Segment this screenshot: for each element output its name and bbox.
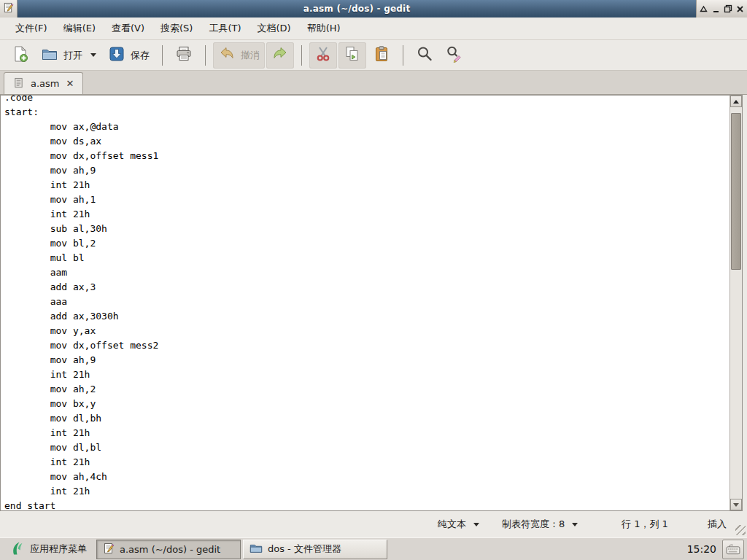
toolbar-separator bbox=[403, 45, 403, 66]
toolbar-separator bbox=[301, 45, 302, 66]
menu-item[interactable]: 帮助(H) bbox=[299, 18, 349, 39]
open-button-label: 打开 bbox=[63, 49, 82, 62]
resize-grip[interactable] bbox=[735, 525, 746, 535]
panel-right: 15:20 bbox=[687, 540, 747, 559]
code-line: aam bbox=[4, 265, 729, 280]
taskbar-window-label: dos - 文件管理器 bbox=[268, 542, 341, 556]
menu-item[interactable]: 文件(F) bbox=[7, 18, 55, 39]
code-line: start: bbox=[4, 105, 729, 120]
vertical-scrollbar[interactable] bbox=[729, 96, 742, 510]
code-line: mov dx,offset mess2 bbox=[4, 338, 729, 353]
maximize-icon[interactable] bbox=[723, 4, 733, 14]
menu-item[interactable]: 文档(D) bbox=[249, 18, 299, 39]
taskbar-panel: 应用程序菜单 a.asm (~/dos) - gedit dos - 文件管理器… bbox=[0, 537, 747, 560]
code-line: mov bx,y bbox=[4, 397, 729, 411]
open-button[interactable]: 打开 bbox=[36, 42, 101, 69]
xfce-menu-icon bbox=[9, 541, 23, 558]
scrollbar-track[interactable] bbox=[730, 107, 742, 499]
scroll-up-button[interactable] bbox=[730, 96, 742, 107]
gedit-app-icon bbox=[3, 2, 14, 16]
redo-icon bbox=[271, 45, 289, 65]
editor-area: .codestart: mov ax,@data mov ds,ax mov d… bbox=[0, 95, 743, 511]
code-line: end start bbox=[4, 499, 729, 510]
menu-item[interactable]: 搜索(S) bbox=[152, 18, 201, 39]
open-dropdown-arrow-icon[interactable] bbox=[90, 53, 96, 57]
tab-a-asm[interactable]: a.asm ✕ bbox=[4, 72, 83, 94]
tab-width-label: 制表符宽度：8 bbox=[502, 518, 565, 531]
gedit-app-icon bbox=[103, 542, 115, 556]
clock: 15:20 bbox=[687, 543, 716, 555]
code-line: mov ax,@data bbox=[4, 120, 729, 134]
search-icon bbox=[416, 45, 433, 65]
cut-button[interactable] bbox=[309, 42, 337, 69]
window-menu-button[interactable] bbox=[0, 0, 18, 18]
keyboard-layout-button[interactable] bbox=[722, 540, 744, 559]
redo-button[interactable] bbox=[266, 42, 294, 69]
code-line: mov y,ax bbox=[4, 324, 729, 338]
undo-button[interactable]: 撤消 bbox=[213, 42, 265, 69]
taskbar-window-file-manager[interactable]: dos - 文件管理器 bbox=[243, 540, 387, 559]
close-icon[interactable] bbox=[735, 4, 745, 14]
cursor-position-label: 行 1，列 1 bbox=[622, 518, 668, 531]
folder-icon bbox=[249, 542, 263, 556]
cursor-position: 行 1，列 1 bbox=[622, 511, 668, 537]
code-line: mov dl,bh bbox=[4, 411, 729, 426]
menubar: 文件(F)编辑(E)查看(V)搜索(S)工具(T)文档(D)帮助(H) bbox=[0, 18, 747, 40]
save-icon bbox=[108, 45, 125, 65]
taskbar-window-label: a.asm (~/dos) - gedit bbox=[120, 544, 220, 555]
search-button[interactable] bbox=[411, 42, 438, 69]
minimize-icon[interactable] bbox=[711, 4, 721, 14]
copy-button[interactable] bbox=[338, 42, 366, 69]
copy-icon bbox=[344, 45, 361, 65]
window-controls bbox=[696, 0, 747, 18]
document-icon bbox=[13, 77, 24, 90]
paste-icon bbox=[373, 45, 390, 65]
applications-menu-label: 应用程序菜单 bbox=[30, 542, 87, 556]
cut-icon bbox=[314, 45, 332, 65]
code-line: mov bl,2 bbox=[4, 236, 729, 251]
code-line: mov ah,1 bbox=[4, 192, 729, 207]
code-line: mov dx,offset mess1 bbox=[4, 149, 729, 163]
code-line: mov ds,ax bbox=[4, 134, 729, 149]
replace-button[interactable] bbox=[440, 42, 468, 69]
paste-button[interactable] bbox=[368, 42, 395, 69]
text-view[interactable]: .codestart: mov ax,@data mov ds,ax mov d… bbox=[1, 96, 729, 510]
doc-type-dropdown[interactable]: 纯文本 bbox=[438, 511, 479, 537]
code-line: mov ah,9 bbox=[4, 353, 729, 368]
new-document-button[interactable] bbox=[7, 42, 34, 69]
tab-close-icon[interactable]: ✕ bbox=[66, 79, 74, 88]
code-line: int 21h bbox=[4, 455, 729, 470]
code-line: add ax,3 bbox=[4, 280, 729, 295]
toolbar-separator bbox=[205, 45, 206, 66]
code-line: int 21h bbox=[4, 368, 729, 382]
menu-item[interactable]: 编辑(E) bbox=[55, 18, 104, 39]
scroll-down-button[interactable] bbox=[730, 499, 742, 510]
toolbar: 打开 保存 撤消 bbox=[0, 40, 747, 71]
replace-icon bbox=[445, 45, 462, 65]
save-button[interactable]: 保存 bbox=[103, 42, 155, 69]
print-button[interactable] bbox=[170, 42, 198, 69]
input-mode[interactable]: 插入 bbox=[708, 511, 727, 537]
taskbar-window-gedit[interactable]: a.asm (~/dos) - gedit bbox=[96, 540, 241, 559]
shade-icon[interactable] bbox=[699, 4, 709, 14]
code-line: int 21h bbox=[4, 178, 729, 192]
titlebar: a.asm (~/dos) - gedit bbox=[0, 0, 747, 18]
code-line: mov ah,2 bbox=[4, 382, 729, 397]
toolbar-separator bbox=[162, 45, 163, 66]
code-line: mov dl,bl bbox=[4, 440, 729, 455]
menu-item[interactable]: 查看(V) bbox=[104, 18, 152, 39]
menu-item[interactable]: 工具(T) bbox=[201, 18, 249, 39]
doc-type-label: 纯文本 bbox=[438, 518, 466, 531]
new-document-icon bbox=[12, 45, 29, 65]
code-line: add ax,3030h bbox=[4, 309, 729, 324]
open-folder-icon bbox=[41, 45, 58, 65]
scrollbar-thumb[interactable] bbox=[731, 113, 741, 270]
code-line: int 21h bbox=[4, 207, 729, 222]
tab-width-dropdown[interactable]: 制表符宽度：8 bbox=[502, 511, 578, 537]
code-line: mov ah,9 bbox=[4, 163, 729, 178]
code-line: aaa bbox=[4, 295, 729, 309]
code-line: int 21h bbox=[4, 484, 729, 499]
window-title: a.asm (~/dos) - gedit bbox=[18, 0, 696, 18]
dropdown-arrow-icon bbox=[473, 523, 479, 526]
applications-menu-button[interactable]: 应用程序菜单 bbox=[0, 538, 94, 560]
